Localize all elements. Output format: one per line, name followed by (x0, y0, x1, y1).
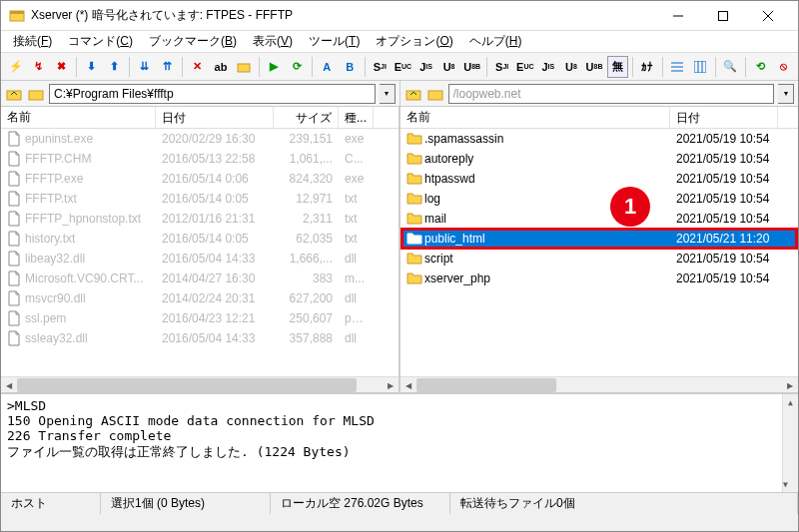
file-date: 2021/05/19 10:54 (670, 152, 778, 166)
table-row[interactable]: FFFTP.txt2016/05/14 0:0512,971txt (1, 189, 399, 209)
table-row[interactable]: mail2021/05/19 10:54 (400, 209, 798, 229)
download-button[interactable]: ⬇ (81, 56, 102, 78)
local-col-date[interactable]: 日付 (156, 107, 274, 128)
quick-connect-button[interactable]: ↯ (28, 56, 49, 78)
file-name: ssleay32.dll (25, 331, 88, 345)
detail-view-button[interactable] (690, 56, 711, 78)
local-col-size[interactable]: サイズ (274, 107, 339, 128)
table-row[interactable]: ssl.pem2016/04/23 12:21250,607pe... (1, 308, 399, 328)
table-row[interactable]: log2021/05/19 10:54 (400, 189, 798, 209)
remote-file-list[interactable]: 1 .spamassassin2021/05/19 10:54autoreply… (400, 129, 798, 376)
local-col-name[interactable]: 名前 (1, 107, 156, 128)
file-name: libeay32.dll (25, 252, 85, 266)
file-date: 2016/05/04 14:33 (156, 331, 274, 345)
delete-button[interactable]: ✕ (187, 56, 208, 78)
menu-接続[interactable]: 接続(F) (5, 31, 60, 52)
remote-open-icon[interactable] (426, 85, 444, 103)
maximize-button[interactable] (700, 2, 745, 30)
table-row[interactable]: script2021/05/19 10:54 (400, 249, 798, 268)
stop-button[interactable]: ⦸ (773, 56, 794, 78)
local-path-input[interactable] (49, 84, 376, 104)
pathbar: ▾ ▾ (1, 81, 798, 107)
table-row[interactable]: Microsoft.VC90.CRT...2014/04/27 16:30383… (1, 268, 399, 288)
file-size: 824,320 (274, 172, 339, 186)
menu-表示[interactable]: 表示(V) (245, 31, 301, 52)
table-row[interactable]: htpasswd2021/05/19 10:54 (400, 169, 798, 189)
local-open-icon[interactable] (27, 85, 45, 103)
menu-コマンド[interactable]: コマンド(C) (60, 31, 141, 52)
abort-button[interactable]: ▶ (264, 56, 285, 78)
table-row[interactable]: FFFTP.exe2016/05/14 0:06824,320exe (1, 169, 399, 189)
remote-col-date[interactable]: 日付 (670, 107, 778, 128)
find-button[interactable]: 🔍 (720, 56, 741, 78)
file-date: 2020/02/29 16:30 (156, 132, 274, 146)
sjis2-button[interactable]: SJI (491, 56, 512, 78)
remote-path-dropdown[interactable]: ▾ (778, 84, 794, 104)
connect-button[interactable]: ⚡ (5, 56, 26, 78)
log-scrollbar[interactable]: ▲ ▼ (782, 394, 798, 492)
file-type: txt (339, 212, 374, 226)
local-scrollbar[interactable]: ◀ ▶ (1, 376, 399, 392)
local-col-type[interactable]: 種... (339, 107, 374, 128)
table-row[interactable]: history.txt2016/05/14 0:0562,035txt (1, 229, 399, 249)
sync-button[interactable]: ⟲ (750, 56, 771, 78)
close-button[interactable] (745, 2, 790, 30)
mirror-down-button[interactable]: ⇊ (134, 56, 155, 78)
none-button[interactable]: 無 (607, 56, 628, 78)
file-type: txt (339, 192, 374, 206)
table-row[interactable]: autoreply2021/05/19 10:54 (400, 149, 798, 169)
file-type: exe (339, 172, 374, 186)
euc2-button[interactable]: EUC (514, 56, 535, 78)
table-row[interactable]: FFFTP_hpnonstop.txt2012/01/16 21:312,311… (1, 209, 399, 229)
text-a-button[interactable]: A (317, 56, 338, 78)
mkdir-button[interactable] (234, 56, 255, 78)
sjis-button[interactable]: SJI (370, 56, 391, 78)
utf82-button[interactable]: U8 (560, 56, 581, 78)
remote-col-name[interactable]: 名前 (400, 107, 670, 128)
file-date: 2021/05/19 10:54 (670, 192, 778, 206)
utf8-button[interactable]: U8 (438, 56, 459, 78)
table-row[interactable]: msvcr90.dll2014/02/24 20:31627,200dll (1, 288, 399, 308)
table-row[interactable]: public_html2021/05/21 11:20 (400, 229, 798, 249)
file-date: 2016/05/14 0:05 (156, 232, 274, 246)
file-size: 239,151 (274, 132, 339, 146)
refresh-button[interactable]: ⟳ (287, 56, 308, 78)
local-file-list[interactable]: epuninst.exe2020/02/29 16:30239,151exeFF… (1, 129, 399, 376)
list-view-button[interactable] (667, 56, 688, 78)
log-pane[interactable]: >MLSD150 Opening ASCII mode data connect… (1, 392, 798, 492)
text-b-button[interactable]: B (340, 56, 361, 78)
jis2-button[interactable]: JIS (537, 56, 558, 78)
table-row[interactable]: .spamassassin2021/05/19 10:54 (400, 129, 798, 149)
remote-up-icon[interactable] (404, 85, 422, 103)
file-name: ssl.pem (25, 311, 66, 325)
utf8b-button[interactable]: U8B (461, 56, 482, 78)
minimize-button[interactable] (655, 2, 700, 30)
file-size: 1,061,... (274, 152, 339, 166)
menu-ブックマーク[interactable]: ブックマーク(B) (141, 31, 245, 52)
jis-button[interactable]: JIS (415, 56, 436, 78)
file-date: 2021/05/19 10:54 (670, 132, 778, 146)
table-row[interactable]: epuninst.exe2020/02/29 16:30239,151exe (1, 129, 399, 149)
table-row[interactable]: ssleay32.dll2016/05/04 14:33357,888dll (1, 328, 399, 348)
table-row[interactable]: xserver_php2021/05/19 10:54 (400, 268, 798, 288)
status-local-free: ローカル空 276.02G Bytes (271, 493, 450, 514)
kana-button[interactable]: ｶﾅ (637, 56, 658, 78)
utf8b2-button[interactable]: U8B (583, 56, 604, 78)
remote-scrollbar[interactable]: ◀ ▶ (400, 376, 798, 392)
local-path-dropdown[interactable]: ▾ (380, 84, 396, 104)
disconnect-button[interactable]: ✖ (51, 56, 72, 78)
menu-ツール[interactable]: ツール(T) (301, 31, 368, 52)
statusbar: ホスト 選択1個 (0 Bytes) ローカル空 276.02G Bytes 転… (1, 492, 798, 514)
table-row[interactable]: FFFTP.CHM2016/05/13 22:581,061,...C... (1, 149, 399, 169)
file-icon (7, 330, 23, 346)
mirror-up-button[interactable]: ⇈ (157, 56, 178, 78)
euc-button[interactable]: EUC (393, 56, 413, 78)
local-up-icon[interactable] (5, 85, 23, 103)
table-row[interactable]: libeay32.dll2016/05/04 14:331,666,...dll (1, 249, 399, 268)
rename-button[interactable]: ab (210, 56, 231, 78)
remote-path-input[interactable] (448, 84, 775, 104)
menu-オプション[interactable]: オプション(O) (368, 31, 460, 52)
file-name: history.txt (25, 232, 75, 246)
menu-ヘルプ[interactable]: ヘルプ(H) (461, 31, 530, 52)
upload-button[interactable]: ⬆ (104, 56, 125, 78)
